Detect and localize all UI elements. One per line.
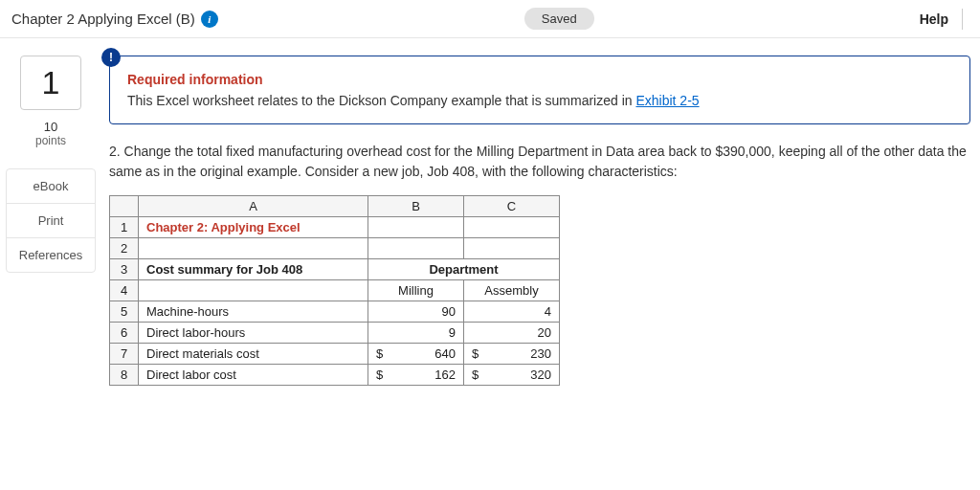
info-icon[interactable]: i [201, 11, 218, 28]
sidebar-links: eBook Print References [6, 168, 96, 273]
col-header-blank [110, 196, 139, 217]
currency-value: 162 [434, 368, 456, 382]
cell-bc3: Department [368, 259, 560, 280]
cell-c7: $230 [464, 344, 560, 365]
row-number: 3 [110, 259, 139, 280]
table-row: 1 Chapter 2: Applying Excel [110, 217, 560, 238]
required-info-box: ! Required information This Excel worksh… [109, 56, 970, 124]
cell-b1 [368, 217, 464, 238]
left-sidebar: 1 10 points eBook Print References [6, 56, 96, 386]
table-row: 5 Machine-hours 90 4 [110, 301, 560, 323]
help-link[interactable]: Help [920, 11, 948, 27]
cell-b4: Milling [368, 280, 464, 301]
currency-symbol: $ [472, 368, 479, 382]
cell-a5: Machine-hours [139, 301, 368, 323]
page-title: Chapter 2 Applying Excel (B) [11, 11, 195, 27]
cell-c6: 20 [464, 323, 560, 344]
currency-value: 640 [434, 346, 456, 361]
sidebar-link-references[interactable]: References [7, 238, 95, 272]
cell-c5: 4 [464, 301, 560, 323]
app-header: Chapter 2 Applying Excel (B) i Saved Hel… [0, 0, 980, 38]
alert-text: This Excel worksheet relates to the Dick… [127, 93, 952, 108]
row-number: 5 [110, 301, 139, 323]
cell-b2 [368, 238, 464, 259]
row-number: 7 [110, 344, 139, 365]
points-value: 10 [44, 120, 57, 134]
row-number: 8 [110, 365, 139, 386]
points-label: points [35, 134, 66, 147]
row-number: 6 [110, 323, 139, 344]
col-header-a: A [139, 196, 368, 217]
sidebar-link-ebook[interactable]: eBook [7, 169, 95, 204]
row-number: 2 [110, 238, 139, 259]
cell-a6: Direct labor-hours [139, 323, 368, 344]
table-row: 7 Direct materials cost $640 $230 [110, 344, 560, 365]
col-header-c: C [464, 196, 560, 217]
cell-a4 [139, 280, 368, 301]
alert-text-prefix: This Excel worksheet relates to the Dick… [127, 93, 635, 108]
currency-symbol: $ [376, 346, 383, 361]
cell-a3: Cost summary for Job 408 [139, 259, 368, 280]
question-number-box: 1 [20, 56, 82, 110]
table-row: 8 Direct labor cost $162 $320 [110, 365, 560, 386]
cell-c1 [464, 217, 560, 238]
cell-c4: Assembly [464, 280, 560, 301]
cell-a7: Direct materials cost [139, 344, 368, 365]
cell-b6: 9 [368, 323, 464, 344]
cell-c8: $320 [464, 365, 560, 386]
cell-c2 [464, 238, 560, 259]
currency-symbol: $ [376, 368, 383, 382]
table-row: 3 Cost summary for Job 408 Department [110, 259, 560, 280]
excel-table: A B C 1 Chapter 2: Applying Excel 2 3 Co… [109, 195, 560, 386]
cell-a8: Direct labor cost [139, 365, 368, 386]
col-header-b: B [368, 196, 464, 217]
cell-a2 [139, 238, 368, 259]
cell-b5: 90 [368, 301, 464, 323]
table-header-row: A B C [110, 196, 560, 217]
row-number: 1 [110, 217, 139, 238]
currency-symbol: $ [472, 346, 479, 361]
cell-b8: $162 [368, 365, 464, 386]
cell-a1: Chapter 2: Applying Excel [139, 217, 368, 238]
table-row: 4 Milling Assembly [110, 280, 560, 301]
table-row: 6 Direct labor-hours 9 20 [110, 323, 560, 344]
saved-status-badge: Saved [524, 8, 594, 30]
header-divider [962, 9, 963, 30]
exhibit-link[interactable]: Exhibit 2-5 [635, 93, 699, 108]
currency-value: 320 [530, 368, 551, 382]
alert-icon: ! [101, 48, 121, 67]
alert-title: Required information [127, 72, 952, 87]
content-area: ! Required information This Excel worksh… [96, 56, 980, 386]
row-number: 4 [110, 280, 139, 301]
question-text: 2. Change the total fixed manufacturing … [109, 142, 970, 182]
cell-b7: $640 [368, 344, 464, 365]
sidebar-link-print[interactable]: Print [7, 204, 95, 238]
table-row: 2 [110, 238, 560, 259]
currency-value: 230 [530, 346, 551, 361]
